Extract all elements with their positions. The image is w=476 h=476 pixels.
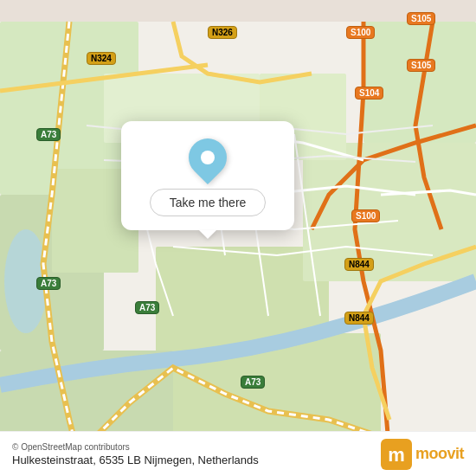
map-svg: [0, 0, 476, 476]
bottom-left-info: © OpenStreetMap contributors Hulkesteins…: [12, 442, 259, 466]
route-badge-S104: S104: [355, 87, 383, 100]
route-badge-A73_1: A73: [36, 128, 61, 141]
route-badge-N844_2: N844: [344, 312, 374, 325]
route-badge-S100_1: S100: [346, 26, 375, 39]
moovit-text: moovit: [415, 445, 464, 463]
svg-rect-6: [303, 143, 476, 281]
route-badge-N324: N324: [87, 52, 116, 65]
map-container: A73A73A73A73N324N326S100S100S104S105S105…: [0, 0, 476, 476]
route-badge-S100_2: S100: [351, 209, 380, 222]
map-attribution: © OpenStreetMap contributors: [12, 442, 259, 452]
route-badge-S105_1: S105: [407, 12, 435, 25]
moovit-icon: m: [381, 439, 412, 470]
route-badge-N844_1: N844: [344, 258, 374, 271]
moovit-logo: m moovit: [381, 439, 464, 470]
route-badge-A73_4: A73: [241, 376, 265, 389]
svg-rect-8: [363, 22, 476, 143]
svg-text:m: m: [388, 444, 405, 466]
bottom-bar: © OpenStreetMap contributors Hulkesteins…: [0, 431, 476, 476]
route-badge-N326: N326: [208, 26, 237, 39]
location-pin-icon: [181, 131, 235, 184]
take-me-there-button[interactable]: Take me there: [150, 189, 267, 216]
route-badge-S105_2: S105: [407, 59, 435, 72]
popup-card: Take me there: [121, 121, 294, 230]
route-badge-A73_3: A73: [135, 301, 159, 314]
pin-inner: [201, 151, 215, 164]
address-text: Hulkesteinstraat, 6535 LB Nijmegen, Neth…: [12, 453, 259, 466]
route-badge-A73_2: A73: [36, 277, 61, 290]
